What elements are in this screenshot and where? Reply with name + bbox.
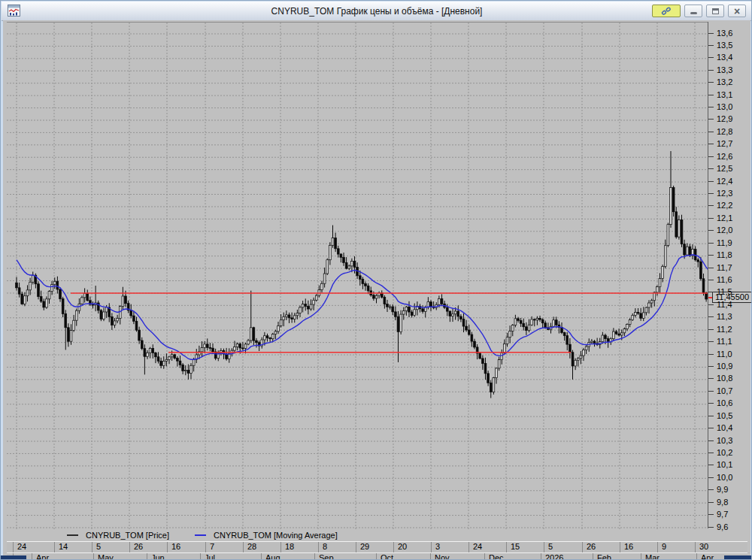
- candle-body: [645, 307, 647, 313]
- candle-body: [471, 334, 473, 341]
- price-axis-label: 11,1: [717, 337, 732, 346]
- price-line-sample: [67, 534, 78, 536]
- price-axis-tick: [708, 70, 714, 71]
- candle-body: [498, 360, 500, 368]
- restore-button[interactable]: [706, 5, 724, 17]
- candle-body: [288, 315, 290, 318]
- candle-body: [580, 356, 582, 359]
- price-axis-label: 11,5: [717, 287, 732, 296]
- month-cell: Feb: [593, 553, 641, 560]
- price-axis-tick: [708, 230, 714, 231]
- candle-body: [135, 321, 138, 330]
- price-axis-label: 13,6: [717, 29, 732, 38]
- candle-body: [569, 344, 571, 353]
- close-icon: ×: [734, 7, 740, 16]
- candle-body: [171, 355, 173, 357]
- candle-body: [468, 330, 470, 334]
- minimize-button[interactable]: [684, 5, 702, 17]
- candle-body: [147, 353, 149, 356]
- candle-body: [397, 316, 399, 331]
- candle-body: [23, 296, 26, 304]
- candle-body: [130, 310, 132, 316]
- month-cell: Jul: [200, 553, 261, 560]
- candle-body: [193, 359, 195, 365]
- price-axis-tick: [708, 527, 714, 528]
- chart-client-area: 11,45500 13,613,513,413,313,213,113,012,…: [3, 20, 750, 558]
- candle-body: [702, 279, 705, 293]
- candle-body: [484, 364, 487, 374]
- candle-body: [117, 318, 119, 320]
- candle-body: [634, 312, 636, 315]
- candle-body: [697, 260, 699, 262]
- candle-body: [18, 288, 20, 294]
- candle-body: [105, 307, 108, 312]
- candle-body: [236, 344, 238, 347]
- time-axis-months[interactable]: AprMayJunJulAugSepOctNovDec2026FebMarApr: [7, 552, 747, 560]
- day-tick-cell: 24: [13, 542, 54, 552]
- candle-body: [487, 374, 490, 383]
- day-tick-label: 9: [662, 542, 666, 552]
- price-axis-tick: [708, 255, 714, 256]
- candle-body: [179, 361, 181, 365]
- price-axis-tick: [708, 329, 714, 330]
- price-axis-label: 11,8: [717, 250, 732, 259]
- price-axis-tick: [708, 193, 714, 194]
- candle-body: [263, 336, 265, 340]
- candle-body: [462, 319, 465, 326]
- candle-body: [291, 318, 293, 319]
- candle-body: [408, 307, 411, 312]
- candle-body: [53, 281, 56, 284]
- candle-body: [465, 326, 468, 330]
- close-button[interactable]: ×: [728, 5, 746, 17]
- candle-body: [659, 278, 661, 286]
- candle-body: [234, 347, 236, 350]
- candle-body: [332, 238, 334, 245]
- day-tick-cell: 5: [92, 542, 129, 552]
- candle-body: [241, 348, 244, 349]
- candle-body: [114, 321, 116, 325]
- candle-body: [449, 311, 451, 316]
- window-title: CNYRUB_TOM График цены и объёма - [Дневн…: [2, 6, 752, 17]
- candle-body: [340, 254, 342, 257]
- candle-body: [612, 331, 614, 339]
- candle-body: [103, 312, 105, 319]
- candle-body: [555, 320, 557, 325]
- candle-body: [533, 319, 535, 320]
- price-axis-tick: [708, 440, 714, 441]
- candle-body: [446, 307, 448, 311]
- price-axis-tick: [708, 57, 714, 58]
- month-label: Sep: [319, 553, 334, 560]
- price-axis-tick: [708, 218, 714, 219]
- price-axis-tick: [708, 366, 714, 367]
- title-bar[interactable]: CNYRUB_TOM График цены и объёма - [Дневн…: [2, 2, 752, 21]
- price-chart[interactable]: [7, 22, 708, 529]
- title-bar-buttons: ×: [652, 5, 746, 17]
- candle-body: [503, 344, 505, 353]
- day-tick-cell: 24: [468, 542, 506, 552]
- candle-body: [337, 249, 339, 254]
- day-tick-cell: 16: [620, 542, 657, 552]
- price-axis-tick: [708, 316, 714, 317]
- price-axis[interactable]: 11,45500 13,613,513,413,313,213,113,012,…: [708, 22, 749, 528]
- candle-body: [459, 316, 462, 319]
- price-axis-tick: [708, 477, 714, 478]
- price-axis-tick: [708, 280, 714, 280]
- month-label: Mar: [645, 553, 660, 560]
- candle-body: [45, 299, 47, 307]
- chain-link-button[interactable]: [652, 5, 681, 17]
- candle-body: [345, 262, 347, 268]
- candle-body: [411, 312, 413, 316]
- month-cell: Sep: [314, 553, 376, 560]
- candle-body: [523, 323, 525, 327]
- candle-body: [299, 307, 302, 313]
- candle-body: [160, 361, 162, 365]
- candle-body: [187, 371, 190, 374]
- price-axis-label: 12,2: [717, 201, 732, 210]
- month-cell: Mar: [641, 553, 696, 560]
- candle-body: [305, 304, 307, 307]
- candle-body: [490, 383, 492, 392]
- restore-icon: [712, 8, 719, 14]
- time-axis-days[interactable]: 24145261672818829203241552616930: [7, 541, 747, 553]
- price-axis-label: 11,6: [717, 275, 732, 284]
- candle-body: [157, 357, 159, 362]
